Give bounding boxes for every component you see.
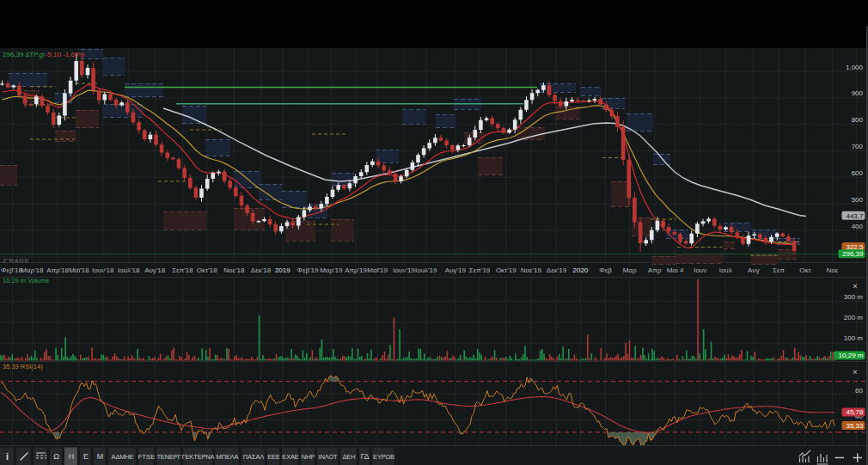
svg-text:Σεπ: Σεπ xyxy=(773,266,785,274)
svg-text:443,7: 443,7 xyxy=(846,212,864,220)
svg-text:ΓΔ: ΓΔ xyxy=(360,452,369,461)
svg-text:Φεβ'18: Φεβ'18 xyxy=(1,266,23,274)
svg-text:Φεβ: Φεβ xyxy=(599,266,612,274)
svg-text:10,29 m: 10,29 m xyxy=(839,352,864,359)
svg-text:Ιουλ: Ιουλ xyxy=(719,266,732,274)
svg-text:Ω: Ω xyxy=(53,452,59,461)
svg-text:ΕΥΡΩΒ: ΕΥΡΩΒ xyxy=(373,453,394,461)
svg-text:45,78: 45,78 xyxy=(846,408,864,416)
svg-text:700: 700 xyxy=(852,143,864,150)
svg-text:35,33: 35,33 xyxy=(846,422,864,430)
svg-text:296,39 ΔΤΡ.gr-5,10 -1,69%: 296,39 ΔΤΡ.gr-5,10 -1,69% xyxy=(3,51,84,58)
svg-text:Μαϊ'19: Μαϊ'19 xyxy=(367,266,388,274)
svg-text:Νοε'18: Νοε'18 xyxy=(223,266,245,274)
svg-text:Αυγ'18: Αυγ'18 xyxy=(144,266,166,274)
svg-text:ΠΑΣΑΛ: ΠΑΣΑΛ xyxy=(243,453,264,461)
svg-text:10,29 m Volume: 10,29 m Volume xyxy=(3,277,49,285)
svg-text:Απρ'19: Απρ'19 xyxy=(345,266,367,274)
svg-text:Ιουλ'19: Ιουλ'19 xyxy=(415,266,437,274)
svg-text:Σεπ'19: Σεπ'19 xyxy=(469,266,491,274)
svg-text:Οκτ: Οκτ xyxy=(799,266,811,274)
svg-text:M: M xyxy=(97,452,104,461)
svg-text:Οκτ'19: Οκτ'19 xyxy=(496,266,517,274)
svg-text:ΜΠΕΛΑ: ΜΠΕΛΑ xyxy=(217,453,239,461)
svg-text:H: H xyxy=(69,452,75,461)
svg-text:Μαρ: Μαρ xyxy=(623,266,637,274)
svg-text:Δεκ'19: Δεκ'19 xyxy=(547,266,567,274)
svg-text:Μαρ'19: Μαρ'19 xyxy=(320,266,343,274)
svg-text:Ιουν: Ιουν xyxy=(694,266,706,274)
svg-text:60: 60 xyxy=(855,387,863,395)
svg-text:900: 900 xyxy=(852,89,864,97)
svg-text:ΓΕΚΤΕΡΝΑ: ΓΕΚΤΕΡΝΑ xyxy=(182,453,215,461)
svg-text:ΑΔΜΗΕ: ΑΔΜΗΕ xyxy=(112,453,134,461)
svg-text:Ιουν'18: Ιουν'18 xyxy=(92,266,114,274)
svg-text:ΕΧΑΕ: ΕΧΑΕ xyxy=(282,453,299,461)
svg-text:Z’RADE: Z’RADE xyxy=(3,257,29,265)
svg-text:400: 400 xyxy=(852,223,864,230)
svg-text:296,39: 296,39 xyxy=(842,250,864,258)
svg-text:500: 500 xyxy=(852,196,864,204)
svg-text:100 m: 100 m xyxy=(844,334,864,342)
svg-text:Σεπ'18: Σεπ'18 xyxy=(172,266,193,274)
svg-text:i: i xyxy=(6,451,9,462)
svg-text:Δεκ'18: Δεκ'18 xyxy=(251,266,272,274)
svg-text:Αυγ'19: Αυγ'19 xyxy=(445,266,467,274)
svg-text:Απρ: Απρ xyxy=(648,266,662,274)
svg-text:Νοε: Νοε xyxy=(827,266,839,274)
svg-text:FTSE: FTSE xyxy=(138,453,156,461)
svg-text:200 m: 200 m xyxy=(844,314,864,321)
svg-text:Μαρ'18: Μαρ'18 xyxy=(21,266,44,274)
svg-text:ΕΕΕ: ΕΕΕ xyxy=(267,453,280,461)
svg-text:Ιουν'19: Ιουν'19 xyxy=(393,266,415,274)
svg-text:×: × xyxy=(853,282,857,291)
svg-text:ΙΝΛΟΤ: ΙΝΛΟΤ xyxy=(318,453,338,461)
svg-text:Οκτ'18: Οκτ'18 xyxy=(197,266,217,274)
svg-text:ΝΗΡ: ΝΗΡ xyxy=(302,453,315,461)
svg-text:ΤΕΝΕΡΓ: ΤΕΝΕΡΓ xyxy=(156,453,180,461)
svg-text:300 m: 300 m xyxy=(844,293,864,301)
svg-text:Μαι 4: Μαι 4 xyxy=(667,266,684,274)
svg-text:Νοε'19: Νοε'19 xyxy=(521,266,542,274)
svg-text:35,33 RSI(14): 35,33 RSI(14) xyxy=(3,363,43,370)
svg-text:2019: 2019 xyxy=(275,266,290,274)
svg-text:1.000: 1.000 xyxy=(846,64,864,71)
svg-text:Αυγ: Αυγ xyxy=(748,266,760,274)
svg-text:600: 600 xyxy=(852,169,864,177)
svg-text:Ιουλ'18: Ιουλ'18 xyxy=(118,266,140,274)
svg-text:ΔΕΗ: ΔΕΗ xyxy=(343,453,356,461)
svg-text:Απρ'18: Απρ'18 xyxy=(46,266,69,274)
svg-text:×: × xyxy=(853,368,857,376)
svg-text:E: E xyxy=(83,452,89,461)
svg-text:800: 800 xyxy=(852,116,864,124)
svg-text:2020: 2020 xyxy=(573,266,589,274)
svg-text:Μαϊ'18: Μαϊ'18 xyxy=(69,266,89,274)
svg-text:Φεβ'19: Φεβ'19 xyxy=(297,266,320,274)
